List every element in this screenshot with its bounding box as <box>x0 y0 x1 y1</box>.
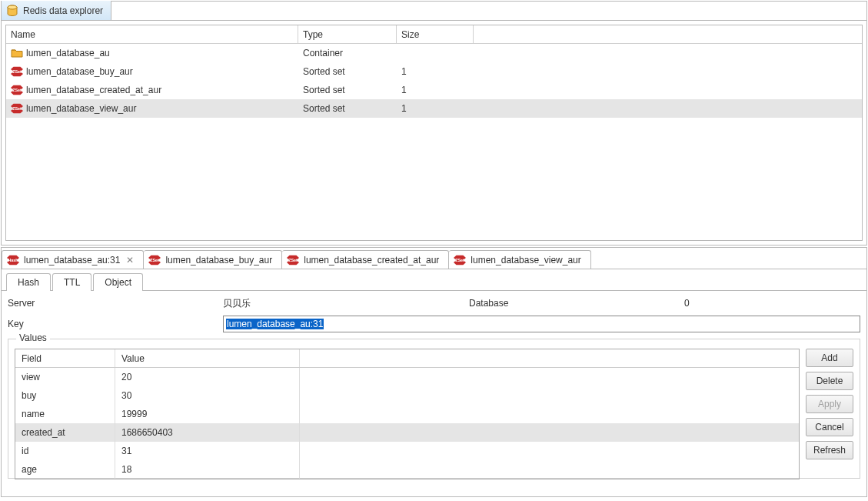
info-area: Server 贝贝乐 Database 0 Key lumen_database… <box>2 291 866 334</box>
tree-row[interactable]: ZSetlumen_database_view_aurSorted set1 <box>6 99 862 118</box>
table-cell-value: 31 <box>115 442 300 460</box>
svg-text:ZSet: ZSet <box>12 69 22 74</box>
detail-tab-strip: Hashlumen_database_au:31✕ZSetlumen_datab… <box>2 248 866 269</box>
key-input[interactable]: lumen_database_au:31 <box>223 316 860 332</box>
delete-button[interactable]: Delete <box>806 372 853 390</box>
tree-row-type: Sorted set <box>298 81 397 99</box>
tree-row-name: lumen_database_au <box>26 48 110 58</box>
col-header-name[interactable]: Name <box>6 25 298 43</box>
table-row[interactable]: created_at1686650403 <box>15 423 799 442</box>
subtab-strip: Hash TTL Object <box>2 272 866 291</box>
hash-icon: Hash <box>7 254 19 266</box>
table-row[interactable]: id31 <box>15 442 799 460</box>
table-row[interactable]: age18 <box>15 460 799 479</box>
values-fieldset: Values Field Value view20buy30name19999c… <box>8 339 860 479</box>
tree-row[interactable]: lumen_database_auContainer <box>6 44 862 62</box>
zset-icon: ZSet <box>11 102 23 115</box>
tree-row-name: lumen_database_buy_aur <box>26 66 133 77</box>
detail-tab-label: lumen_database_buy_aur <box>165 255 272 266</box>
tree-row[interactable]: ZSetlumen_database_created_at_aurSorted … <box>6 81 862 99</box>
zset-icon: ZSet <box>11 84 23 96</box>
values-table[interactable]: Field Value view20buy30name19999created_… <box>15 349 800 479</box>
apply-button[interactable]: Apply <box>806 395 853 413</box>
key-label: Key <box>8 319 223 329</box>
svg-text:ZSet: ZSet <box>12 88 22 92</box>
tree-row-name: lumen_database_created_at_aur <box>26 85 161 95</box>
detail-tab-label: lumen_database_au:31 <box>24 255 120 266</box>
tree-row-size: 1 <box>397 99 474 118</box>
add-button[interactable]: Add <box>806 349 853 367</box>
table-row[interactable]: view20 <box>15 368 799 386</box>
table-cell-field: created_at <box>15 423 115 442</box>
zset-icon: ZSet <box>148 254 161 266</box>
detail-panel: Hashlumen_database_au:31✕ZSetlumen_datab… <box>1 247 867 497</box>
tree-row-name: lumen_database_view_aur <box>26 103 136 114</box>
server-label: Server <box>8 298 223 309</box>
subtab-object[interactable]: Object <box>93 273 143 291</box>
svg-point-1 <box>8 5 17 9</box>
key-input-text: lumen_database_au:31 <box>226 319 324 329</box>
table-cell-value: 18 <box>115 460 300 479</box>
detail-tab-label: lumen_database_created_at_aur <box>304 255 439 266</box>
tree-row-size: 1 <box>397 81 474 99</box>
svg-text:ZSet: ZSet <box>151 257 160 262</box>
explorer-tab-label: Redis data explorer <box>23 5 103 16</box>
col-header-size[interactable]: Size <box>397 25 474 43</box>
subtab-hash[interactable]: Hash <box>6 273 51 291</box>
values-legend: Values <box>16 332 50 343</box>
svg-text:Hash: Hash <box>8 257 18 262</box>
svg-text:ZSet: ZSet <box>12 106 22 111</box>
zset-icon: ZSet <box>11 65 23 78</box>
tree-row-size: 1 <box>397 62 474 81</box>
zset-icon: ZSet <box>454 254 466 266</box>
explorer-tab[interactable]: Redis data explorer <box>2 1 111 20</box>
col-header-spacer <box>474 25 862 43</box>
detail-tab[interactable]: ZSetlumen_database_created_at_aur <box>282 250 449 269</box>
tree-row[interactable]: ZSetlumen_database_buy_aurSorted set1 <box>6 62 862 81</box>
detail-tab[interactable]: Hashlumen_database_au:31✕ <box>2 250 144 269</box>
table-cell-value: 1686650403 <box>115 423 300 442</box>
table-cell-value: 30 <box>115 386 300 405</box>
tree-wrap: Name Type Size lumen_database_auContaine… <box>2 21 866 245</box>
refresh-button[interactable]: Refresh <box>806 441 853 459</box>
explorer-tab-strip: Redis data explorer <box>2 2 866 21</box>
table-cell-value: 19999 <box>115 405 300 423</box>
tree-row-type: Container <box>298 44 397 62</box>
folder-icon <box>11 47 23 59</box>
col-header-type[interactable]: Type <box>298 25 397 43</box>
values-col-spacer <box>300 349 799 367</box>
table-cell-field: view <box>15 368 115 386</box>
close-icon[interactable]: ✕ <box>126 255 134 266</box>
cancel-button[interactable]: Cancel <box>806 418 853 436</box>
database-icon <box>6 5 18 17</box>
tree-row-type: Sorted set <box>298 99 397 118</box>
tree-row-type: Sorted set <box>298 62 397 81</box>
table-cell-field: id <box>15 442 115 460</box>
tree-header: Name Type Size <box>6 25 862 44</box>
tree-row-size <box>397 44 474 62</box>
database-value: 0 <box>684 298 860 309</box>
explorer-panel: Redis data explorer Name Type Size lumen… <box>1 1 867 245</box>
table-cell-field: age <box>15 460 115 479</box>
table-row[interactable]: buy30 <box>15 386 799 405</box>
svg-text:ZSet: ZSet <box>456 257 465 262</box>
tree-view[interactable]: Name Type Size lumen_database_auContaine… <box>5 25 863 241</box>
action-buttons: Add Delete Apply Cancel Refresh <box>806 349 853 478</box>
database-label: Database <box>469 298 684 309</box>
detail-tab[interactable]: ZSetlumen_database_view_aur <box>449 250 590 269</box>
detail-tab[interactable]: ZSetlumen_database_buy_aur <box>144 250 282 269</box>
values-col-field[interactable]: Field <box>15 349 115 367</box>
detail-tab-label: lumen_database_view_aur <box>471 255 580 266</box>
zset-icon: ZSet <box>287 254 299 266</box>
table-cell-field: buy <box>15 386 115 405</box>
values-col-value[interactable]: Value <box>115 349 300 367</box>
svg-text:ZSet: ZSet <box>288 257 298 262</box>
values-header: Field Value <box>15 349 799 368</box>
table-cell-value: 20 <box>115 368 300 386</box>
subtab-ttl[interactable]: TTL <box>52 273 91 291</box>
table-cell-field: name <box>15 405 115 423</box>
server-value: 贝贝乐 <box>223 297 469 310</box>
table-row[interactable]: name19999 <box>15 405 799 423</box>
